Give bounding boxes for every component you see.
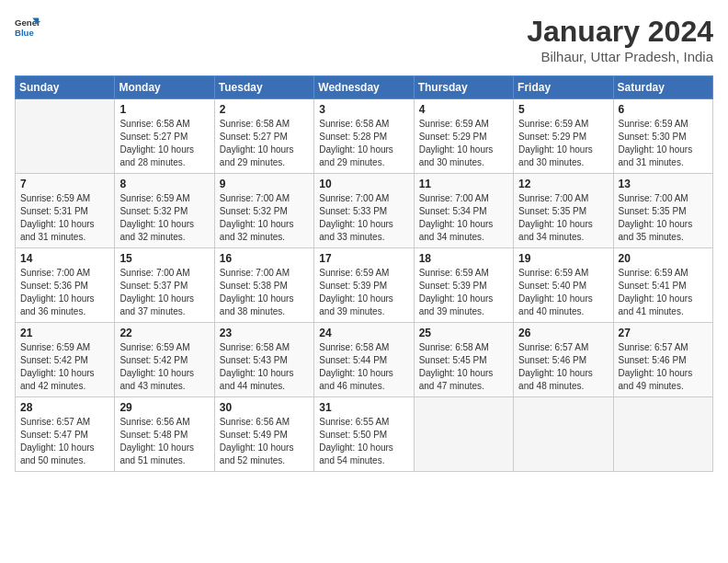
calendar-cell: 28Sunrise: 6:57 AMSunset: 5:47 PMDayligh… <box>16 397 115 472</box>
calendar-cell: 15Sunrise: 7:00 AMSunset: 5:37 PMDayligh… <box>115 248 214 323</box>
calendar-cell: 27Sunrise: 6:57 AMSunset: 5:46 PMDayligh… <box>613 323 712 397</box>
calendar-body: 1Sunrise: 6:58 AMSunset: 5:27 PMDaylight… <box>16 99 713 472</box>
calendar-cell <box>16 99 115 174</box>
week-row-1: 1Sunrise: 6:58 AMSunset: 5:27 PMDaylight… <box>16 99 713 174</box>
cell-info: Sunrise: 6:59 AMSunset: 5:40 PMDaylight:… <box>518 267 608 318</box>
day-number: 11 <box>419 178 508 190</box>
cell-info: Sunrise: 7:00 AMSunset: 5:33 PMDaylight:… <box>319 192 408 244</box>
cell-info: Sunrise: 6:59 AMSunset: 5:30 PMDaylight:… <box>619 118 708 169</box>
calendar-cell <box>514 397 613 472</box>
page-header: General Blue January 2024 Bilhaur, Uttar… <box>15 15 713 64</box>
day-number: 20 <box>619 252 708 265</box>
calendar-cell: 4Sunrise: 6:59 AMSunset: 5:29 PMDaylight… <box>414 99 513 174</box>
header-day-friday: Friday <box>514 76 613 99</box>
calendar-cell: 31Sunrise: 6:55 AMSunset: 5:50 PMDayligh… <box>314 397 414 472</box>
cell-info: Sunrise: 7:00 AMSunset: 5:35 PMDaylight:… <box>619 192 708 244</box>
day-number: 9 <box>220 178 309 190</box>
cell-info: Sunrise: 6:59 AMSunset: 5:29 PMDaylight:… <box>419 118 508 169</box>
day-number: 4 <box>419 103 508 116</box>
calendar-cell: 29Sunrise: 6:56 AMSunset: 5:48 PMDayligh… <box>115 397 214 472</box>
cell-info: Sunrise: 6:58 AMSunset: 5:27 PMDaylight:… <box>220 118 309 169</box>
month-year: January 2024 <box>527 15 713 49</box>
cell-info: Sunrise: 6:56 AMSunset: 5:49 PMDaylight:… <box>220 416 309 467</box>
day-number: 27 <box>619 327 708 339</box>
day-number: 23 <box>220 327 309 339</box>
cell-info: Sunrise: 6:58 AMSunset: 5:43 PMDaylight:… <box>220 341 309 393</box>
day-number: 2 <box>220 103 309 116</box>
calendar-cell: 20Sunrise: 6:59 AMSunset: 5:41 PMDayligh… <box>613 248 712 323</box>
calendar-table: SundayMondayTuesdayWednesdayThursdayFrid… <box>15 75 713 472</box>
cell-info: Sunrise: 6:59 AMSunset: 5:39 PMDaylight:… <box>419 267 508 318</box>
day-number: 7 <box>20 178 109 190</box>
calendar-cell: 17Sunrise: 6:59 AMSunset: 5:39 PMDayligh… <box>314 248 414 323</box>
cell-info: Sunrise: 6:59 AMSunset: 5:42 PMDaylight:… <box>20 341 109 393</box>
day-number: 3 <box>319 103 408 116</box>
header-day-thursday: Thursday <box>414 76 513 99</box>
svg-text:Blue: Blue <box>15 28 34 38</box>
calendar-cell: 9Sunrise: 7:00 AMSunset: 5:32 PMDaylight… <box>214 174 313 248</box>
week-row-4: 21Sunrise: 6:59 AMSunset: 5:42 PMDayligh… <box>16 323 713 397</box>
day-number: 22 <box>119 327 209 339</box>
calendar-cell: 16Sunrise: 7:00 AMSunset: 5:38 PMDayligh… <box>214 248 313 323</box>
calendar-cell: 7Sunrise: 6:59 AMSunset: 5:31 PMDaylight… <box>16 174 115 248</box>
week-row-3: 14Sunrise: 7:00 AMSunset: 5:36 PMDayligh… <box>16 248 713 323</box>
calendar-cell: 5Sunrise: 6:59 AMSunset: 5:29 PMDaylight… <box>514 99 613 174</box>
calendar-cell: 11Sunrise: 7:00 AMSunset: 5:34 PMDayligh… <box>414 174 513 248</box>
day-number: 18 <box>419 252 508 265</box>
cell-info: Sunrise: 7:00 AMSunset: 5:35 PMDaylight:… <box>518 192 608 244</box>
logo: General Blue <box>15 15 40 40</box>
calendar-cell: 22Sunrise: 6:59 AMSunset: 5:42 PMDayligh… <box>115 323 214 397</box>
calendar-cell: 13Sunrise: 7:00 AMSunset: 5:35 PMDayligh… <box>613 174 712 248</box>
day-number: 16 <box>220 252 309 265</box>
header-day-wednesday: Wednesday <box>314 76 414 99</box>
day-number: 10 <box>319 178 408 190</box>
calendar-cell: 25Sunrise: 6:58 AMSunset: 5:45 PMDayligh… <box>414 323 513 397</box>
calendar-cell: 6Sunrise: 6:59 AMSunset: 5:30 PMDaylight… <box>613 99 712 174</box>
day-number: 25 <box>419 327 508 339</box>
cell-info: Sunrise: 7:00 AMSunset: 5:37 PMDaylight:… <box>119 267 209 318</box>
logo-icon: General Blue <box>15 15 40 40</box>
day-number: 28 <box>20 401 109 414</box>
calendar-cell: 23Sunrise: 6:58 AMSunset: 5:43 PMDayligh… <box>214 323 313 397</box>
day-number: 8 <box>119 178 209 190</box>
calendar-cell: 3Sunrise: 6:58 AMSunset: 5:28 PMDaylight… <box>314 99 414 174</box>
calendar-cell: 21Sunrise: 6:59 AMSunset: 5:42 PMDayligh… <box>16 323 115 397</box>
day-number: 15 <box>119 252 209 265</box>
calendar-cell: 19Sunrise: 6:59 AMSunset: 5:40 PMDayligh… <box>514 248 613 323</box>
header-day-saturday: Saturday <box>613 76 712 99</box>
day-number: 1 <box>119 103 209 116</box>
calendar-cell: 30Sunrise: 6:56 AMSunset: 5:49 PMDayligh… <box>214 397 313 472</box>
calendar-cell <box>613 397 712 472</box>
day-number: 29 <box>119 401 209 414</box>
header-day-tuesday: Tuesday <box>214 76 313 99</box>
calendar-cell: 10Sunrise: 7:00 AMSunset: 5:33 PMDayligh… <box>314 174 414 248</box>
cell-info: Sunrise: 6:58 AMSunset: 5:44 PMDaylight:… <box>319 341 408 393</box>
calendar-cell: 12Sunrise: 7:00 AMSunset: 5:35 PMDayligh… <box>514 174 613 248</box>
cell-info: Sunrise: 6:57 AMSunset: 5:46 PMDaylight:… <box>619 341 708 393</box>
day-number: 26 <box>518 327 608 339</box>
calendar-cell: 8Sunrise: 6:59 AMSunset: 5:32 PMDaylight… <box>115 174 214 248</box>
day-number: 30 <box>220 401 309 414</box>
day-number: 12 <box>518 178 608 190</box>
day-number: 31 <box>319 401 408 414</box>
cell-info: Sunrise: 6:57 AMSunset: 5:47 PMDaylight:… <box>20 416 109 467</box>
calendar-cell: 26Sunrise: 6:57 AMSunset: 5:46 PMDayligh… <box>514 323 613 397</box>
cell-info: Sunrise: 6:57 AMSunset: 5:46 PMDaylight:… <box>518 341 608 393</box>
header-day-sunday: Sunday <box>16 76 115 99</box>
cell-info: Sunrise: 6:59 AMSunset: 5:39 PMDaylight:… <box>319 267 408 318</box>
cell-info: Sunrise: 6:56 AMSunset: 5:48 PMDaylight:… <box>119 416 209 467</box>
cell-info: Sunrise: 6:59 AMSunset: 5:31 PMDaylight:… <box>20 192 109 244</box>
cell-info: Sunrise: 7:00 AMSunset: 5:38 PMDaylight:… <box>220 267 309 318</box>
location: Bilhaur, Uttar Pradesh, India <box>527 49 713 64</box>
calendar-cell: 24Sunrise: 6:58 AMSunset: 5:44 PMDayligh… <box>314 323 414 397</box>
calendar-cell: 18Sunrise: 6:59 AMSunset: 5:39 PMDayligh… <box>414 248 513 323</box>
day-number: 5 <box>518 103 608 116</box>
cell-info: Sunrise: 6:59 AMSunset: 5:29 PMDaylight:… <box>518 118 608 169</box>
day-number: 6 <box>619 103 708 116</box>
calendar-cell: 2Sunrise: 6:58 AMSunset: 5:27 PMDaylight… <box>214 99 313 174</box>
cell-info: Sunrise: 6:59 AMSunset: 5:41 PMDaylight:… <box>619 267 708 318</box>
day-number: 13 <box>619 178 708 190</box>
calendar-cell: 14Sunrise: 7:00 AMSunset: 5:36 PMDayligh… <box>16 248 115 323</box>
cell-info: Sunrise: 6:58 AMSunset: 5:28 PMDaylight:… <box>319 118 408 169</box>
day-number: 14 <box>20 252 109 265</box>
